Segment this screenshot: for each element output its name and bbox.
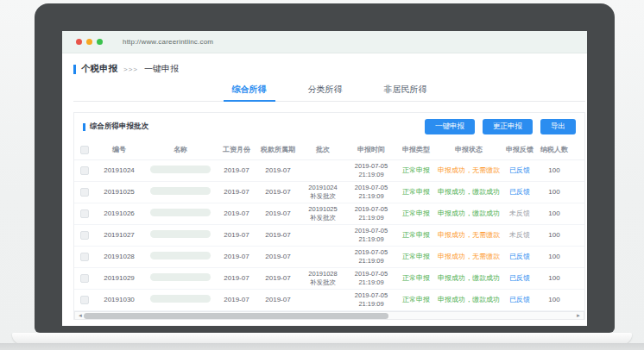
laptop-base-shadow: [0, 343, 644, 350]
page-content: 个税申报 >>> 一键申报 综合所得 分类所得 非居民所得 综合所得申报批次 一…: [62, 62, 587, 320]
cell-feedback[interactable]: 已反馈: [502, 181, 537, 203]
address-bar-url[interactable]: http://www.careerintlinc.com: [123, 38, 213, 46]
cell-batch: 20191028 补发批次: [300, 267, 345, 289]
cell-feedback[interactable]: 已反馈: [502, 267, 537, 289]
window-maximize-dot-icon[interactable]: [97, 39, 103, 45]
redacted-name-placeholder: [150, 230, 211, 238]
row-checkbox-cell: [74, 203, 95, 224]
cell-batch: 20191024 补发批次: [300, 181, 345, 203]
title-accent-bar: [73, 65, 76, 74]
cell-feedback[interactable]: 已反馈: [502, 159, 537, 181]
row-checkbox-cell: [74, 181, 95, 203]
cell-status: 申报成功，无需缴款: [435, 246, 502, 267]
cell-id: 20191026: [95, 203, 143, 224]
row-checkbox-cell: [74, 289, 95, 310]
tab-bar: 综合所得 分类所得 非居民所得: [73, 79, 585, 102]
cell-taxpayers: 100: [537, 246, 571, 267]
col-header-clipped: [571, 141, 584, 159]
horizontal-scrollbar[interactable]: ◄ ►: [74, 311, 584, 320]
cell-name: [143, 181, 218, 203]
correction-declare-button[interactable]: 更正申报: [483, 119, 533, 134]
tab-comprehensive-income[interactable]: 综合所得: [224, 79, 275, 102]
cell-status: 申报成功，缴款成功: [435, 267, 502, 289]
cell-declare-type: 正常申报: [397, 224, 435, 246]
page-title: 个税申报: [81, 63, 117, 75]
browser-title-bar: http://www.careerintlinc.com: [62, 31, 587, 53]
row-checkbox-cell: [74, 159, 95, 181]
row-checkbox[interactable]: [80, 296, 89, 304]
row-checkbox-cell: [74, 267, 95, 289]
redacted-name-placeholder: [150, 187, 211, 195]
cell-declare-type: 正常申报: [397, 246, 435, 267]
cell-clipped: 11: [571, 246, 584, 267]
cell-tax-period: 2019-07: [256, 289, 300, 310]
cell-tax-period: 2019-07: [256, 159, 300, 181]
row-checkbox[interactable]: [80, 253, 89, 261]
cell-feedback[interactable]: 已反馈: [502, 289, 537, 310]
cell-declare-type: 正常申报: [397, 267, 435, 289]
cell-salary-month: 2019-07: [218, 267, 256, 289]
cell-salary-month: 2019-07: [218, 203, 256, 224]
cell-declare-type: 正常申报: [397, 159, 435, 181]
laptop-screen: http://www.careerintlinc.com 个税申报 >>> 一键…: [62, 31, 587, 326]
col-header-taxpayers: 纳税人数: [537, 141, 571, 159]
cell-feedback[interactable]: 已反馈: [502, 246, 537, 267]
cell-id: 20191030: [95, 289, 143, 310]
cell-batch: 20191025 补发批次: [300, 203, 345, 224]
cell-declare-time: 2019-07-05 21:19:09: [345, 203, 397, 224]
window-close-dot-icon[interactable]: [76, 39, 82, 45]
table-header-row: 编号 名称 工资月份 税款所属期 批次 申报时间 申报类型 申报状态 申报反馈 …: [74, 141, 584, 159]
cell-tax-period: 2019-07: [256, 267, 300, 289]
row-checkbox[interactable]: [80, 274, 89, 283]
cell-status: 申报成功，缴款成功: [435, 289, 502, 310]
cell-feedback: 未反馈: [502, 224, 537, 246]
row-checkbox[interactable]: [80, 209, 89, 218]
export-button[interactable]: 导出: [540, 119, 576, 134]
row-checkbox-cell: [74, 246, 95, 267]
scroll-right-arrow-icon[interactable]: ►: [573, 312, 584, 319]
cell-taxpayers: 100: [537, 203, 571, 224]
table-row: 201910282019-072019-072019-07-05 21:19:0…: [74, 246, 584, 267]
cell-id: 20191027: [95, 224, 143, 246]
cell-clipped: 11: [571, 224, 584, 246]
col-header-name: 名称: [143, 141, 218, 159]
cell-feedback: 未反馈: [502, 203, 537, 224]
table-clip: 编号 名称 工资月份 税款所属期 批次 申报时间 申报类型 申报状态 申报反馈 …: [74, 141, 584, 311]
row-checkbox[interactable]: [80, 166, 89, 175]
batch-panel: 综合所得申报批次 一键申报 更正申报 导出: [73, 112, 585, 320]
cell-declare-time: 2019-07-05 21:19:09: [345, 289, 397, 310]
window-minimize-dot-icon[interactable]: [86, 39, 92, 45]
cell-id: 20191024: [95, 159, 143, 181]
tab-nonresident-income[interactable]: 非居民所得: [376, 79, 436, 102]
tab-classified-income[interactable]: 分类所得: [300, 79, 351, 102]
panel-title-accent-bar: [83, 123, 85, 131]
cell-taxpayers: 100: [537, 267, 571, 289]
cell-status: 申报成功，无需缴款: [435, 224, 502, 246]
breadcrumb-current: 一键申报: [144, 63, 179, 75]
scrollbar-thumb[interactable]: [84, 313, 388, 319]
one-click-declare-button[interactable]: 一键申报: [425, 119, 475, 134]
table-row: 201910252019-072019-0720191024 补发批次2019-…: [74, 181, 584, 203]
cell-taxpayers: 100: [537, 289, 571, 310]
cell-name: [143, 267, 218, 289]
cell-tax-period: 2019-07: [256, 246, 300, 267]
batch-table: 编号 名称 工资月份 税款所属期 批次 申报时间 申报类型 申报状态 申报反馈 …: [74, 141, 584, 311]
row-checkbox[interactable]: [80, 231, 89, 240]
col-header-salary-month: 工资月份: [218, 141, 256, 159]
cell-clipped: 11: [571, 159, 584, 181]
cell-taxpayers: 100: [537, 224, 571, 246]
row-checkbox[interactable]: [80, 188, 89, 197]
panel-title-wrap: 综合所得申报批次: [83, 122, 417, 132]
table-row: 201910302019-072019-072019-07-05 21:19:0…: [74, 289, 584, 310]
cell-taxpayers: 100: [537, 159, 571, 181]
cell-name: [143, 246, 218, 267]
cell-batch: [300, 159, 345, 181]
cell-clipped: 11: [571, 203, 584, 224]
select-all-checkbox[interactable]: [80, 146, 89, 154]
table-row: 201910272019-072019-072019-07-05 21:19:0…: [74, 224, 584, 246]
cell-salary-month: 2019-07: [218, 224, 256, 246]
cell-batch: [300, 246, 345, 267]
col-header-tax-period: 税款所属期: [256, 141, 300, 159]
redacted-name-placeholder: [150, 209, 211, 216]
cell-status: 申报成功，无需缴款: [435, 159, 502, 181]
